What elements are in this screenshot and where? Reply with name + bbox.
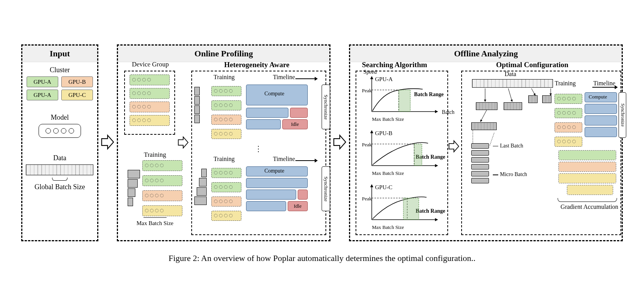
idle-label: Idle — [294, 203, 302, 209]
figure-caption: Figure 2: An overview of how Poplar auto… — [169, 253, 475, 263]
timeline-compute-icon: Compute Idle Synchronize — [246, 166, 322, 211]
batch-stairs-icon — [194, 87, 200, 123]
device-row-gpu-b — [211, 115, 241, 125]
svg-rect-6 — [399, 90, 410, 112]
optimal-configuration-box: Data — [461, 71, 621, 235]
micro-batch-icon — [471, 178, 489, 183]
ga-row-gpu-a — [558, 150, 616, 160]
device-row-gpu-a — [211, 100, 241, 110]
batch-stairs-icon — [128, 170, 140, 206]
optimal-configuration-label: Optimal Configuration — [496, 61, 568, 69]
device-row-gpu-a — [211, 168, 241, 178]
ga-row-gpu-b — [558, 162, 616, 172]
arrow-icon — [177, 136, 189, 149]
device-group-label: Device Group — [127, 61, 174, 68]
online-panel-title: Online Profiling — [118, 46, 330, 62]
idle-block — [298, 190, 308, 200]
arrow-icon — [101, 134, 115, 152]
svg-line-25 — [480, 110, 487, 122]
micro-batch-icon — [471, 157, 489, 163]
gradient-accumulation-label: Gradient Accumulation — [555, 203, 624, 210]
svg-marker-17 — [435, 218, 438, 221]
device-row-gpu-a — [555, 108, 582, 118]
device-row-gpu-c — [142, 205, 182, 216]
svg-marker-8 — [370, 130, 373, 133]
idle-block: Idle — [288, 201, 308, 211]
device-row-gpu-c — [555, 137, 582, 147]
heterogeneity-aware-box: Training Timeline Compute — [191, 71, 326, 235]
compute-label: Compute — [265, 91, 284, 97]
idle-block: Idle — [282, 119, 308, 129]
data-label: Data — [504, 71, 516, 78]
device-row-gpu-b — [555, 122, 582, 132]
synchronize-label: Synchronize — [619, 92, 626, 138]
micro-batch-labels: Last Batch Micro Batch — [493, 142, 527, 179]
gpu-a-pill: GPU-A — [27, 76, 58, 87]
speed-plot-gpu-c: GPU-C Peak Max Batch Size Batch Range — [365, 183, 442, 226]
svg-rect-20 — [403, 198, 419, 220]
batch-stairs-icon — [194, 169, 207, 205]
arrow-icon — [448, 139, 460, 153]
data-split-icon — [476, 102, 497, 110]
heterogeneity-aware-label: Heterogeneity Aware — [199, 61, 315, 69]
device-row-gpu-a — [130, 75, 170, 85]
timeline-label: Timeline — [593, 80, 615, 87]
training-box: Training Max Batch Size — [124, 151, 186, 216]
ha-example-1: Training Timeline Compute — [192, 73, 325, 142]
micro-batch-stack — [471, 143, 489, 183]
device-row-gpu-c — [130, 115, 170, 126]
vertical-ellipsis-icon: ⋮ — [255, 144, 263, 153]
data-bar-icon — [472, 79, 553, 88]
idle-block — [290, 108, 308, 118]
micro-batch-icon — [471, 150, 489, 156]
idle-label: Idle — [291, 121, 299, 127]
device-row-gpu-c — [211, 129, 241, 139]
max-batch-label: Max Batch Size — [137, 220, 174, 227]
offline-panel-body: Searching Algorithm Speed GPU-A Peak Bat… — [350, 62, 622, 241]
data-split-icon — [542, 95, 551, 103]
gpu-a-pill: GPU-A — [27, 90, 58, 100]
micro-batch-icon — [471, 143, 489, 149]
compute-label: Compute — [265, 168, 284, 174]
device-row-gpu-b — [142, 190, 182, 201]
data-bar-icon — [26, 164, 93, 175]
input-panel-title: Input — [22, 46, 97, 62]
global-batch-label: Global Batch Size — [34, 183, 85, 191]
data-split-icon — [471, 122, 497, 130]
micro-batch-icon — [471, 171, 489, 176]
training-label: Training — [555, 80, 576, 87]
gradient-accumulation-stack — [558, 150, 616, 197]
online-profiling-panel: Online Profiling Device Group Training — [117, 44, 331, 241]
offline-panel-title: Offline Analyzing — [350, 46, 622, 62]
svg-marker-1 — [370, 76, 373, 79]
svg-rect-13 — [414, 144, 422, 166]
svg-marker-15 — [370, 184, 373, 187]
svg-line-22 — [508, 88, 512, 102]
synchronize-label: Synchronize — [322, 166, 330, 211]
xlabel: Batch — [442, 109, 455, 115]
model-capsule-icon — [39, 124, 81, 138]
model-label: Model — [51, 114, 69, 122]
device-row-gpu-c — [211, 211, 241, 221]
device-row-gpu-a — [211, 86, 241, 96]
searching-algorithm-box: Speed GPU-A Peak Batch Max Batch Size Ba… — [356, 71, 448, 235]
ha-example-2: Training Timeline Compute — [192, 155, 325, 224]
speed-plot-gpu-b: GPU-B Peak Max Batch Size Batch Range — [365, 129, 442, 172]
timeline-label: Timeline — [273, 74, 295, 81]
cluster-grid: GPU-A GPU-A GPU-B GPU-C — [27, 76, 93, 100]
input-panel: Input Cluster GPU-A GPU-A GPU-B GPU-C Mo… — [21, 44, 98, 241]
gpu-b-pill: GPU-B — [61, 76, 93, 87]
svg-marker-10 — [435, 164, 438, 167]
optimal-right-column: Training Timeline Com — [555, 84, 620, 223]
offline-analyzing-panel: Offline Analyzing Searching Algorithm Sp… — [349, 44, 623, 241]
timeline-label: Timeline — [273, 156, 295, 163]
micro-batch-label: Micro Batch — [500, 171, 527, 177]
svg-line-23 — [531, 88, 535, 95]
brace-icon — [52, 178, 67, 181]
device-group-box — [124, 71, 175, 135]
figure-stage: Input Cluster GPU-A GPU-A GPU-B GPU-C Mo… — [21, 44, 623, 241]
training-label: Training — [214, 156, 235, 163]
device-row-gpu-a — [555, 94, 582, 104]
training-label: Training — [214, 74, 235, 81]
data-label: Data — [53, 154, 66, 162]
